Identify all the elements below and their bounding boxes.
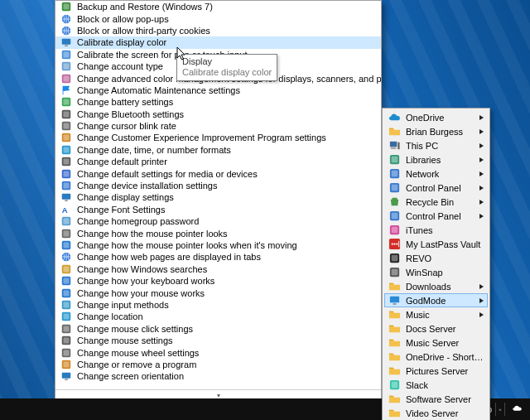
godmode-item[interactable]: Change default printer [55, 156, 381, 167]
godmode-item-label: Change how web pages are displayed in ta… [77, 252, 261, 262]
flyout-item[interactable]: Recycle Bin [384, 195, 488, 209]
flyout-item[interactable]: Slack [384, 378, 488, 392]
godmode-item[interactable]: Change input methods [55, 299, 381, 311]
svg-rect-19 [64, 135, 70, 141]
flyout-item[interactable]: Control Panel [384, 209, 488, 223]
godmode-item[interactable]: Change default settings for media or dev… [55, 167, 381, 179]
godmode-item[interactable]: Change or remove a program [55, 359, 381, 370]
flyout-item[interactable]: Control Panel [384, 181, 488, 195]
flyout-item[interactable]: Music Server [384, 336, 488, 350]
svg-rect-70 [391, 227, 398, 234]
flyout-item-label: iTunes [406, 225, 484, 235]
submenu-arrow-icon [479, 284, 484, 289]
godmode-item[interactable]: Change Customer Experience Improvement P… [55, 132, 381, 143]
godmode-item-label: Change cursor blink rate [77, 121, 176, 131]
flyout-item-label: OneDrive - Shortcut [406, 352, 484, 362]
flyout-item[interactable]: Pictures Server [384, 364, 488, 378]
godmode-item[interactable]: Change mouse settings [55, 335, 381, 346]
flyout-item[interactable]: OneDrive [384, 110, 488, 124]
svg-rect-4 [62, 39, 71, 45]
godmode-item[interactable]: Calibrate display color [55, 36, 381, 48]
godmode-item-label: Change device installation settings [77, 181, 217, 191]
flyout-item[interactable]: Downloads [384, 279, 488, 293]
godmode-item[interactable]: Change device installation settings [55, 180, 381, 191]
godmode-item[interactable]: Change display settings [55, 191, 381, 203]
flyout-list[interactable]: OneDriveBrian BurgessThis PCLibrariesNet… [384, 110, 488, 420]
svg-rect-55 [64, 361, 70, 367]
svg-rect-41 [64, 278, 70, 284]
godmode-item[interactable]: Change cursor blink rate [55, 120, 381, 132]
flyout-item[interactable]: REVO [384, 251, 488, 265]
flyout-item-label: Recycle Bin [406, 197, 473, 207]
globe-icon [60, 13, 72, 25]
godmode-item[interactable]: Change how web pages are displayed in ta… [55, 251, 381, 263]
flyout-item[interactable]: OneDrive - Shortcut [384, 350, 488, 364]
flyout-item[interactable]: This PC [384, 138, 488, 152]
godmode-item[interactable]: Backup and Restore (Windows 7) [55, 1, 381, 12]
flyout-item-label: This PC [406, 141, 473, 151]
submenu-arrow-icon [479, 186, 484, 191]
godmode-item-label: Change mouse wheel settings [77, 348, 199, 358]
flyout-item[interactable]: WinSnap [384, 265, 488, 279]
users-icon [60, 60, 72, 72]
flyout-item[interactable]: Video Server [384, 406, 488, 420]
godmode-item[interactable]: Block or allow third-party cookies [55, 25, 381, 36]
flyout-item[interactable]: Libraries [384, 152, 488, 167]
flyout-item[interactable]: GodMode [384, 293, 488, 307]
godmode-item-label: Block or allow pop-ups [77, 14, 169, 24]
devices-icon [60, 109, 72, 120]
report-icon [60, 132, 72, 143]
godmode-item[interactable]: Block or allow pop-ups [55, 12, 381, 24]
godmode-item[interactable]: Change how the mouse pointer looks [55, 227, 381, 239]
godmode-item[interactable]: Change how your mouse works [55, 287, 381, 298]
color-icon [60, 73, 72, 84]
godmode-item-label: Change location [77, 311, 143, 321]
godmode-item[interactable]: Change how your keyboard works [55, 275, 381, 287]
svg-rect-32 [64, 219, 70, 224]
flyout-item[interactable]: Docs Server [384, 321, 488, 336]
godmode-item[interactable]: Change Bluetooth settings [55, 109, 381, 120]
godmode-item[interactable]: Change mouse click settings [55, 323, 381, 335]
globe-icon [60, 25, 72, 36]
flyout-item-label: Docs Server [406, 324, 484, 334]
godmode-item[interactable]: Change screen orientation [55, 370, 381, 382]
godmode-item[interactable]: Change mouse wheel settings [55, 346, 381, 358]
toolbar-chevron-icon[interactable]: » [495, 403, 505, 416]
onedrive-tray-icon[interactable] [512, 403, 523, 415]
flyout-item[interactable]: Software Server [384, 392, 488, 406]
svg-rect-11 [64, 75, 70, 81]
godmode-item[interactable]: AChange Font Settings [55, 204, 381, 215]
flyout-item[interactable]: Network [384, 167, 488, 181]
flyout-item[interactable]: My LastPass Vault [384, 237, 488, 251]
svg-point-73 [393, 243, 395, 244]
flyout-item[interactable]: Music [384, 307, 488, 321]
godmode-item[interactable]: Change location [55, 311, 381, 322]
lang-icon [60, 299, 72, 311]
godmode-item[interactable]: Change battery settings [55, 96, 381, 108]
godmode-item-label: Backup and Restore (Windows 7) [77, 2, 213, 12]
ease-icon [60, 275, 72, 287]
godmode-item-label: Change how your keyboard works [77, 276, 214, 286]
godmode-item-label: Change Bluetooth settings [77, 109, 184, 119]
godmode-item[interactable]: Change homegroup password [55, 215, 381, 227]
flyout-item[interactable]: Brian Burgess [384, 124, 488, 138]
godmode-item[interactable]: Change how the mouse pointer looks when … [55, 239, 381, 251]
godmode-item[interactable]: Change Automatic Maintenance settings [55, 84, 381, 96]
programs-icon [60, 359, 72, 370]
flyout-item[interactable]: iTunes [384, 223, 488, 237]
flyout-item-label: Libraries [406, 155, 473, 165]
folder-icon [388, 350, 401, 364]
svg-rect-60 [390, 147, 396, 148]
svg-rect-9 [64, 64, 70, 70]
slack-icon [388, 379, 401, 392]
godmode-item-label: Change default settings for media or dev… [77, 169, 258, 179]
user-folder-icon [388, 125, 401, 138]
flyout-item-label: Video Server [406, 408, 484, 418]
godmode-item[interactable]: Change how Windows searches [55, 263, 381, 275]
godmode-item-label: Change how your mouse works [77, 288, 205, 298]
ease-icon [60, 287, 72, 299]
svg-rect-79 [391, 269, 398, 276]
svg-rect-62 [391, 157, 398, 163]
godmode-item[interactable]: Change date, time, or number formats [55, 144, 381, 156]
autoplay-icon [60, 168, 72, 180]
